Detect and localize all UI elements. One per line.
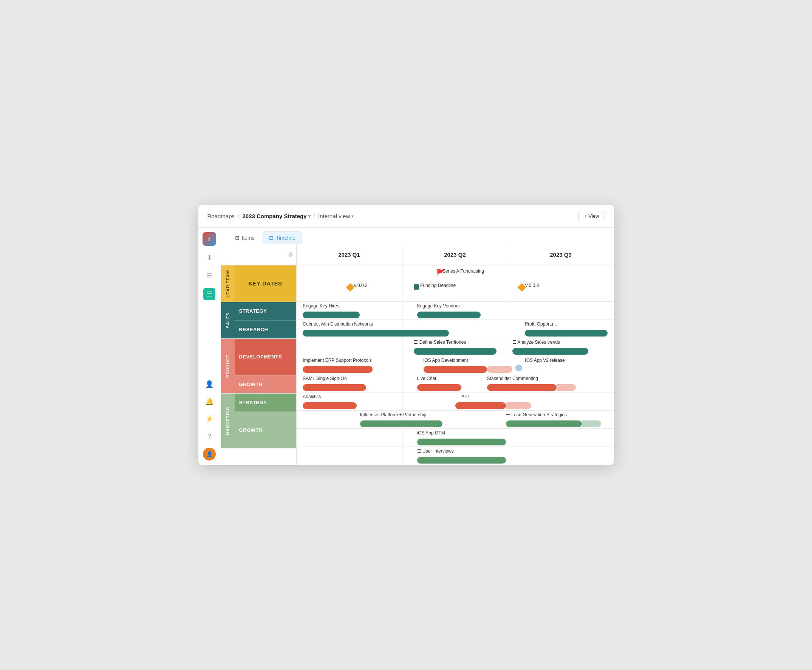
bar-livechat[interactable]	[417, 384, 462, 391]
timeline-area: ⚙ LEAD TEAM KEY DATES SALES STRATEGY	[221, 244, 614, 465]
items-icon: ⊞	[235, 235, 240, 241]
bar-ios-dev-light	[487, 366, 512, 373]
tab-timeline[interactable]: ⊟ Timeline	[263, 232, 302, 244]
group-marketing: MARKETING STRATEGY GROWTH	[221, 394, 296, 448]
app-window: Roadmaps / 2023 Company Strategy ▾ / Int…	[198, 205, 614, 465]
bar-distribution[interactable]	[303, 330, 449, 337]
breadcrumb-sep1: /	[238, 213, 239, 220]
bar-profit[interactable]	[525, 330, 607, 337]
timeline-row-prod-dev-1: Implement ERP Support Protocols iOS App …	[297, 356, 614, 374]
milestone-funding[interactable]	[414, 284, 419, 289]
label-user-interviews: ☰ User Interviews	[417, 448, 454, 454]
timeline-row-key-dates: 🚩 Series A Fundraising V.0.0.2 Funding D…	[297, 266, 614, 302]
chevron-down-icon: ▾	[308, 214, 311, 219]
timeline-icon: ⊟	[269, 235, 273, 241]
bar-analyze-sales[interactable]	[512, 348, 589, 355]
bar-influencer[interactable]	[360, 420, 442, 427]
timeline-row-sales-strategy-1: Engage Key Hires Engage Key Vendors	[297, 302, 614, 320]
label-stakeholder: Stakeholder Commenting	[487, 376, 538, 381]
bar-sales-territories[interactable]	[414, 348, 496, 355]
group-label-product: PRODUCT	[221, 339, 235, 393]
label-ios-dev: iOS App Development	[424, 358, 468, 363]
quarter-q3: 2023 Q3	[508, 244, 614, 265]
bar-api[interactable]	[455, 402, 506, 409]
bar-erp[interactable]	[303, 366, 373, 373]
milestone-label-v003: V.0.0.3	[525, 283, 539, 288]
label-analyze-sales: ☰ Analyze Sales trends	[512, 340, 560, 345]
bar-stakeholder[interactable]	[487, 384, 557, 391]
row-marketing-strategy: STRATEGY	[235, 394, 296, 412]
label-key-vendors: Engage Key Vendors	[417, 303, 460, 308]
label-erp: Implement ERP Support Protocols	[303, 358, 372, 363]
timeline-row-prod-growth: Analytics API	[297, 393, 614, 411]
quarter-q2: 2023 Q2	[402, 244, 508, 265]
sidebar-item-roadmap[interactable]: ☰	[203, 288, 215, 300]
sidebar: r ⬇ ☰ ☰ 👤 🔔 ⚡ ? 👤	[198, 228, 221, 465]
bar-saml[interactable]	[303, 384, 366, 391]
row-headers: ⚙ LEAD TEAM KEY DATES SALES STRATEGY	[221, 244, 297, 465]
label-sales-territories: ☰ Define Sales Territories	[414, 340, 466, 345]
sidebar-item-contacts[interactable]: 👤	[203, 378, 215, 390]
bar-key-vendors[interactable]	[417, 311, 481, 318]
label-key-hires: Engage Key Hires	[303, 303, 339, 308]
settings-icon[interactable]: ⚙	[288, 251, 293, 258]
breadcrumb-home[interactable]: Roadmaps	[208, 213, 235, 219]
label-lead-gen: ☰ Lead Generation Strategies	[506, 412, 567, 418]
label-saml: SAML Single Sign-On	[303, 376, 346, 381]
view-selector[interactable]: Internal view ▾	[318, 213, 354, 219]
user-avatar[interactable]: 👤	[203, 448, 216, 460]
quarter-q1: 2023 Q1	[297, 244, 402, 265]
row-product-growth: GROWTH	[235, 375, 296, 393]
timeline-row-sales-research: ☰ Define Sales Territories ☰ Analyze Sal…	[297, 338, 614, 356]
app-logo[interactable]: r	[203, 232, 216, 246]
header-spacer: ⚙	[221, 244, 296, 266]
bar-lead-gen[interactable]	[506, 420, 582, 427]
timeline-row-mkt-strategy: Influencer Platform + Partnership ☰ Lead…	[297, 411, 614, 429]
milestone-label-funding: Funding Deadline	[420, 283, 456, 288]
timeline-row-mkt-growth-2: ☰ User Interviews	[297, 447, 614, 465]
sidebar-item-help[interactable]: ?	[203, 430, 215, 442]
row-marketing-growth: GROWTH	[235, 412, 296, 448]
sidebar-item-download[interactable]: ⬇	[203, 252, 215, 264]
bar-user-interviews[interactable]	[417, 457, 506, 464]
sidebar-item-notifications[interactable]: 🔔	[203, 396, 215, 408]
label-api: API	[461, 394, 469, 399]
tab-items[interactable]: ⊞ Items	[229, 232, 261, 244]
sidebar-item-activity[interactable]: ⚡	[203, 413, 215, 425]
group-label-lead: LEAD TEAM	[221, 266, 235, 302]
timeline-row-sales-strategy-2: Connect with Distribution Networks Profi…	[297, 320, 614, 338]
bar-api-light	[506, 402, 531, 409]
bar-key-hires[interactable]	[303, 311, 360, 318]
label-livechat: Live Chat	[417, 376, 436, 381]
bar-ios-dev[interactable]	[424, 366, 487, 373]
quarters-header: 2023 Q1 2023 Q2 2023 Q3	[297, 244, 614, 266]
group-label-marketing: MARKETING	[221, 394, 235, 448]
add-view-button[interactable]: + View	[579, 211, 604, 221]
bar-stakeholder-light	[557, 384, 576, 391]
label-ios-gtm: iOS App GTM	[417, 430, 445, 436]
breadcrumb: Roadmaps / 2023 Company Strategy ▾ / Int…	[208, 213, 354, 220]
row-sales-strategy: STRATEGY	[235, 302, 296, 320]
timeline-grid: 2023 Q1 2023 Q2 2023 Q3	[297, 244, 614, 465]
group-product: PRODUCT DEVELOPMENTS GROWTH	[221, 339, 296, 394]
group-label-sales: SALES	[221, 302, 235, 338]
group-rows-sales: STRATEGY RESEARCH	[235, 302, 296, 338]
flag-label-series-a: Series A Fundraising	[442, 269, 484, 274]
row-sales-research: RESEARCH	[235, 320, 296, 338]
tabs-bar: ⊞ Items ⊟ Timeline	[221, 228, 614, 244]
content-area: ⊞ Items ⊟ Timeline ⚙ LEAD TEAM	[221, 228, 614, 465]
label-profit: Profit Opportu...	[525, 321, 557, 327]
app-header: Roadmaps / 2023 Company Strategy ▾ / Int…	[198, 205, 614, 228]
bar-analytics[interactable]	[303, 402, 357, 409]
breadcrumb-page[interactable]: 2023 Company Strategy ▾	[243, 213, 311, 219]
bar-lead-gen-light	[582, 420, 601, 427]
group-rows-lead: KEY DATES	[235, 266, 296, 302]
row-product-developments: DEVELOPMENTS	[235, 339, 296, 375]
timeline-row-prod-dev-2: SAML Single Sign-On Live Chat Stakeholde…	[297, 374, 614, 393]
sidebar-item-list[interactable]: ☰	[203, 270, 215, 282]
milestone-label-v002: V.0.0.2	[354, 283, 368, 288]
bar-ios-gtm[interactable]	[417, 438, 506, 445]
timeline-row-mkt-growth-1: iOS App GTM	[297, 429, 614, 447]
timeline-rows: 🚩 Series A Fundraising V.0.0.2 Funding D…	[297, 266, 614, 465]
label-analytics: Analytics	[303, 394, 321, 399]
